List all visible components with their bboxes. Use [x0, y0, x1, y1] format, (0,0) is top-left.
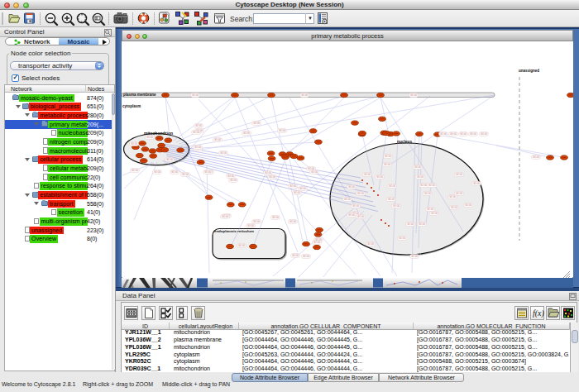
- svg-text:GO:00: GO:00: [204, 170, 212, 174]
- svg-text:GO:00: GO:00: [389, 184, 396, 188]
- svg-text:GO:00: GO:00: [290, 184, 297, 188]
- svg-text:GO:00: GO:00: [292, 254, 299, 257]
- svg-text:GO:00: GO:00: [220, 151, 227, 155]
- svg-text:GO:00: GO:00: [238, 244, 246, 247]
- svg-text:GO:00: GO:00: [299, 187, 307, 190]
- svg-text:unassigned: unassigned: [519, 69, 539, 73]
- svg-text:GO:00: GO:00: [460, 132, 467, 136]
- svg-text:GO:00: GO:00: [303, 255, 310, 258]
- svg-text:GO:00: GO:00: [269, 175, 276, 179]
- svg-text:GO:00: GO:00: [290, 220, 297, 223]
- svg-text:GO:00: GO:00: [132, 169, 139, 172]
- svg-text:GO:00: GO:00: [385, 155, 392, 158]
- svg-text:GO:00: GO:00: [253, 122, 261, 125]
- svg-text:GO:00: GO:00: [279, 129, 286, 132]
- svg-text:GO:00: GO:00: [388, 198, 395, 201]
- svg-text:GO:00: GO:00: [367, 242, 375, 246]
- svg-text:GO:00: GO:00: [131, 142, 138, 146]
- svg-text:GO:00: GO:00: [272, 216, 280, 219]
- svg-text:GO:00: GO:00: [411, 255, 419, 258]
- svg-text:GO:00: GO:00: [376, 175, 384, 179]
- svg-text:GO:00: GO:00: [243, 131, 251, 135]
- svg-text:GO:00: GO:00: [449, 195, 457, 198]
- svg-text:GO:00: GO:00: [427, 208, 434, 211]
- svg-text:GO:00: GO:00: [364, 173, 371, 176]
- svg-text:GO:00: GO:00: [456, 192, 463, 195]
- svg-text:GO:00: GO:00: [417, 175, 424, 179]
- svg-text:f(x): f(x): [533, 308, 544, 318]
- svg-text:GO:00: GO:00: [420, 184, 428, 187]
- svg-text:GO:00: GO:00: [348, 213, 356, 217]
- svg-text:GO:00: GO:00: [193, 131, 200, 134]
- svg-text:GO:00: GO:00: [451, 206, 458, 209]
- svg-text:GO:00: GO:00: [407, 222, 414, 226]
- svg-text:GO:00: GO:00: [344, 198, 352, 201]
- svg-text:cytoplasm: cytoplasm: [122, 104, 141, 108]
- svg-text:GO:00: GO:00: [230, 179, 237, 182]
- svg-text:GO:00: GO:00: [348, 185, 356, 189]
- svg-text:GO:00: GO:00: [301, 93, 309, 97]
- svg-text:GO:00: GO:00: [533, 155, 540, 159]
- svg-text:GO:00: GO:00: [311, 170, 318, 174]
- svg-text:GO:00: GO:00: [265, 171, 272, 174]
- svg-text:GO:00: GO:00: [166, 158, 174, 161]
- svg-text:GO:00: GO:00: [440, 132, 447, 136]
- svg-text:GO:00: GO:00: [470, 132, 477, 136]
- svg-text:GO:00: GO:00: [456, 173, 463, 176]
- svg-text:GO:00: GO:00: [450, 132, 457, 136]
- svg-text:GO:00: GO:00: [419, 222, 426, 226]
- svg-text:GO:00: GO:00: [294, 191, 301, 194]
- svg-text:GO:00: GO:00: [222, 215, 229, 218]
- svg-text:GO:00: GO:00: [182, 173, 189, 176]
- svg-text:GO:00: GO:00: [253, 220, 261, 223]
- svg-text:GO:00: GO:00: [399, 237, 406, 240]
- svg-text:GO:00: GO:00: [194, 146, 202, 149]
- svg-text:mitochondrion: mitochondrion: [144, 131, 173, 136]
- svg-text:GO:00: GO:00: [227, 174, 235, 178]
- svg-text:GO:00: GO:00: [146, 136, 154, 139]
- svg-text:GO:00: GO:00: [247, 224, 255, 227]
- svg-text:GO:00: GO:00: [428, 184, 436, 187]
- svg-text:GO:00: GO:00: [357, 192, 365, 195]
- svg-text:nucleus: nucleus: [397, 140, 412, 144]
- svg-text:plasma membrane: plasma membrane: [123, 93, 156, 97]
- svg-text:GO:00: GO:00: [424, 192, 432, 195]
- svg-text:GO:00: GO:00: [195, 124, 203, 127]
- svg-text:GO:00: GO:00: [384, 163, 391, 166]
- svg-text:GO:00: GO:00: [481, 132, 488, 136]
- svg-text:GO:00: GO:00: [414, 165, 422, 169]
- svg-text:GO:00: GO:00: [393, 204, 400, 208]
- svg-text:GO:00: GO:00: [465, 203, 472, 207]
- svg-text:GO:00: GO:00: [171, 170, 179, 174]
- svg-text:GO:00: GO:00: [410, 93, 418, 97]
- svg-text:GO:00: GO:00: [192, 93, 199, 97]
- svg-text:GO:00: GO:00: [313, 241, 321, 244]
- svg-text:GO:00: GO:00: [431, 212, 438, 215]
- svg-text:GO:00: GO:00: [352, 204, 360, 208]
- svg-text:GO:00: GO:00: [357, 215, 365, 218]
- svg-text:endoplasmic reticulum: endoplasmic reticulum: [214, 229, 254, 233]
- svg-text:GO:00: GO:00: [154, 170, 161, 174]
- svg-text:GO:00: GO:00: [214, 138, 222, 141]
- svg-text:GO:00: GO:00: [473, 182, 481, 185]
